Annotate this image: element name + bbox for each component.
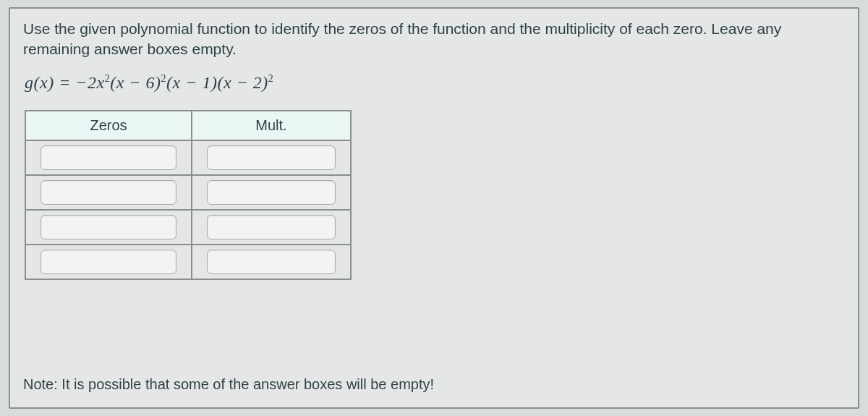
table-row: [25, 245, 351, 279]
table-row: [25, 140, 351, 175]
zero-input-3[interactable]: [41, 215, 176, 239]
note-text: Note: It is possible that some of the an…: [23, 376, 434, 393]
answer-table: Zeros Mult.: [25, 110, 352, 280]
polynomial-equation: g(x) = −2x2(x − 6)2(x − 1)(x − 2)2: [25, 73, 845, 93]
table-row: [25, 210, 351, 245]
zero-input-1[interactable]: [41, 145, 176, 170]
header-zeros: Zeros: [25, 111, 192, 140]
header-mult: Mult.: [192, 111, 351, 140]
zero-input-4[interactable]: [41, 250, 176, 274]
mult-input-4[interactable]: [207, 250, 336, 274]
mult-input-1[interactable]: [207, 145, 336, 170]
zero-input-2[interactable]: [41, 180, 176, 205]
mult-input-2[interactable]: [207, 180, 336, 205]
mult-input-3[interactable]: [207, 215, 336, 239]
instructions-text: Use the given polynomial function to ide…: [23, 19, 845, 60]
question-panel: Use the given polynomial function to ide…: [9, 7, 859, 409]
table-row: [25, 175, 351, 210]
